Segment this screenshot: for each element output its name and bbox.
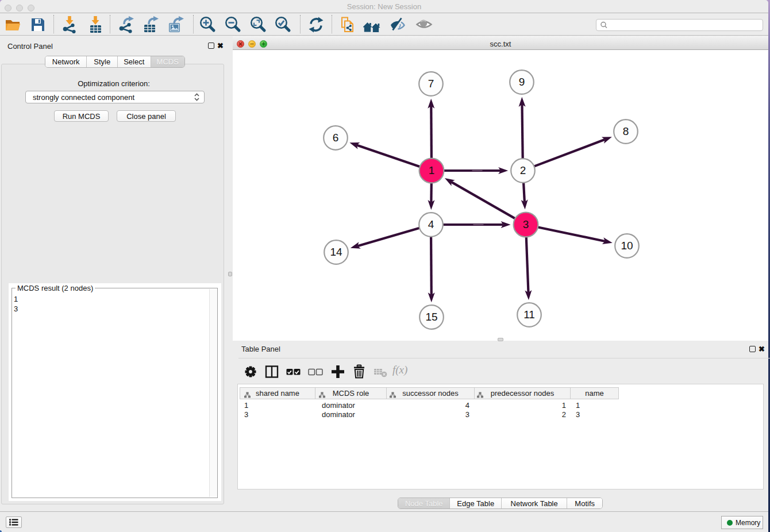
svg-text:9: 9 bbox=[519, 76, 525, 88]
svg-text:4: 4 bbox=[428, 218, 434, 230]
svg-text:10: 10 bbox=[621, 240, 633, 252]
svg-text:2: 2 bbox=[520, 164, 526, 176]
svg-text:7: 7 bbox=[428, 78, 434, 90]
svg-text:8: 8 bbox=[623, 125, 629, 137]
svg-text:14: 14 bbox=[330, 246, 342, 258]
svg-text:1: 1 bbox=[429, 164, 435, 176]
svg-text:15: 15 bbox=[425, 311, 437, 323]
svg-text:6: 6 bbox=[333, 132, 339, 144]
svg-text:11: 11 bbox=[523, 309, 535, 321]
svg-text:3: 3 bbox=[523, 218, 529, 230]
